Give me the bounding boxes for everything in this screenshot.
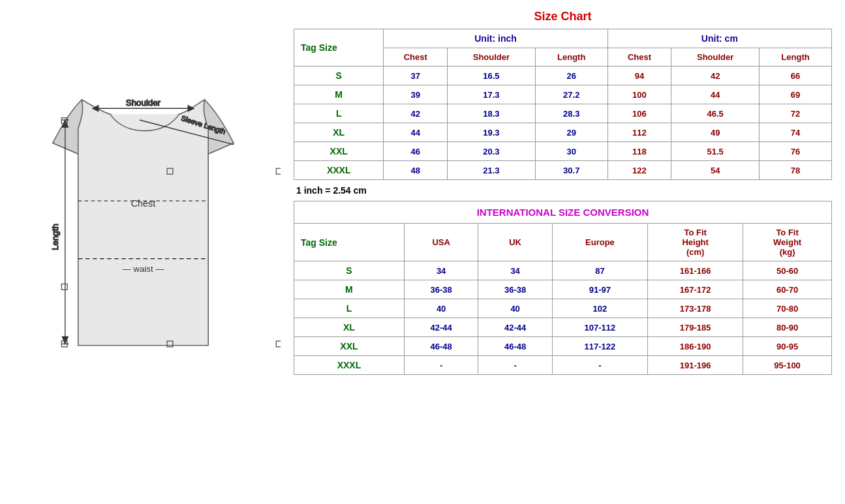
svg-text:Chest: Chest	[131, 198, 156, 209]
cm-length-header: Length	[760, 48, 832, 67]
table-row: L 40 40 102 173-178 70-80	[294, 299, 832, 318]
inch-length-cell: 27.2	[535, 85, 607, 104]
tshirt-diagram: Shoulder Sleeve Length Length Chest — wa…	[13, 13, 281, 418]
svg-text:Shoulder: Shoulder	[126, 98, 161, 108]
svg-rect-19	[276, 168, 281, 174]
cm-chest-cell: 122	[607, 161, 671, 180]
size-chart-panel: Size Chart Tag Size Unit: inch Unit: cm …	[287, 7, 838, 378]
tag-size-cell: XXL	[294, 142, 384, 161]
table-row: S 37 16.5 26 94 42 66	[294, 67, 832, 85]
cm-shoulder-cell: 44	[671, 85, 760, 104]
intl-height-cell: 191-196	[648, 356, 743, 375]
unit-inch-header: Unit: inch	[384, 29, 607, 48]
intl-usa-cell: 42-44	[404, 318, 478, 337]
tag-size-cell: XXXL	[294, 161, 384, 180]
intl-europe-cell: 87	[552, 261, 647, 280]
intl-europe-cell: 107-112	[552, 318, 647, 337]
inch-chest-cell: 46	[384, 142, 448, 161]
inch-chest-header: Chest	[384, 48, 448, 67]
inch-shoulder-cell: 17.3	[448, 85, 536, 104]
cm-shoulder-cell: 42	[671, 67, 760, 85]
intl-weight-cell: 95-100	[743, 356, 832, 375]
intl-usa-cell: -	[404, 356, 478, 375]
intl-uk-cell: 40	[478, 299, 553, 318]
inch-chest-cell: 37	[384, 67, 448, 85]
intl-usa-cell: 36-38	[404, 280, 478, 299]
inch-length-cell: 28.3	[535, 104, 607, 123]
intl-title: INTERNATIONAL SIZE CONVERSION	[294, 201, 832, 224]
intl-europe-cell: 102	[552, 299, 647, 318]
inch-shoulder-header: Shoulder	[448, 48, 536, 67]
table-row: XXL 46 20.3 30 118 51.5 76	[294, 142, 832, 161]
cm-shoulder-cell: 49	[671, 123, 760, 142]
intl-height-cell: 186-190	[648, 337, 743, 356]
cm-length-cell: 66	[760, 67, 832, 85]
cm-chest-header: Chest	[607, 48, 671, 67]
cm-chest-cell: 118	[607, 142, 671, 161]
intl-europe-cell: 117-122	[552, 337, 647, 356]
intl-height-cell: 173-178	[648, 299, 743, 318]
size-chart-title: Size Chart	[294, 10, 832, 23]
intl-tag-size-header: Tag Size	[294, 224, 405, 261]
inch-length-cell: 29	[535, 123, 607, 142]
table-row: S 34 34 87 161-166 50-60	[294, 261, 832, 280]
intl-europe-cell: -	[552, 356, 647, 375]
cm-chest-cell: 106	[607, 104, 671, 123]
inch-shoulder-cell: 19.3	[448, 123, 536, 142]
cm-shoulder-cell: 54	[671, 161, 760, 180]
inch-length-header: Length	[535, 48, 607, 67]
intl-weight-cell: 80-90	[743, 318, 832, 337]
intl-tag-cell: L	[294, 299, 405, 318]
inch-shoulder-cell: 18.3	[448, 104, 536, 123]
tag-size-header: Tag Size	[294, 29, 384, 67]
inch-chest-cell: 39	[384, 85, 448, 104]
table-row: XXL 46-48 46-48 117-122 186-190 90-95	[294, 337, 832, 356]
intl-uk-cell: 34	[478, 261, 553, 280]
cm-shoulder-cell: 46.5	[671, 104, 760, 123]
inch-length-cell: 30.7	[535, 161, 607, 180]
table-row: M 39 17.3 27.2 100 44 69	[294, 85, 832, 104]
intl-conversion-table: INTERNATIONAL SIZE CONVERSION Tag Size U…	[294, 201, 832, 375]
intl-height-cell: 161-166	[648, 261, 743, 280]
table-row: XXXL 48 21.3 30.7 122 54 78	[294, 161, 832, 180]
intl-height-cell: 179-185	[648, 318, 743, 337]
cm-length-cell: 69	[760, 85, 832, 104]
inch-shoulder-cell: 21.3	[448, 161, 536, 180]
table-row: XL 42-44 42-44 107-112 179-185 80-90	[294, 318, 832, 337]
cm-length-cell: 74	[760, 123, 832, 142]
svg-text:Length: Length	[50, 224, 60, 250]
cm-length-cell: 78	[760, 161, 832, 180]
table-row: L 42 18.3 28.3 106 46.5 72	[294, 104, 832, 123]
svg-rect-18	[61, 284, 67, 290]
intl-uk-cell: 46-48	[478, 337, 553, 356]
intl-usa-cell: 40	[404, 299, 478, 318]
intl-tag-cell: XXL	[294, 337, 405, 356]
intl-weight-cell: 70-80	[743, 299, 832, 318]
diagram-panel: Shoulder Sleeve Length Length Chest — wa…	[7, 7, 287, 424]
tag-size-cell: S	[294, 67, 384, 85]
cm-chest-cell: 112	[607, 123, 671, 142]
cm-chest-cell: 100	[607, 85, 671, 104]
unit-cm-header: Unit: cm	[607, 29, 831, 48]
inch-length-cell: 30	[535, 142, 607, 161]
tag-size-cell: XL	[294, 123, 384, 142]
intl-usa-cell: 34	[404, 261, 478, 280]
intl-height-cell: 167-172	[648, 280, 743, 299]
intl-tag-cell: XL	[294, 318, 405, 337]
cm-shoulder-cell: 51.5	[671, 142, 760, 161]
inch-chest-cell: 48	[384, 161, 448, 180]
inch-chest-cell: 44	[384, 123, 448, 142]
intl-weight-cell: 50-60	[743, 261, 832, 280]
intl-tag-cell: S	[294, 261, 405, 280]
intl-uk-cell: -	[478, 356, 553, 375]
intl-uk-cell: 42-44	[478, 318, 553, 337]
intl-uk-header: UK	[478, 224, 553, 261]
table-row: XL 44 19.3 29 112 49 74	[294, 123, 832, 142]
inch-shoulder-cell: 20.3	[448, 142, 536, 161]
intl-weight-cell: 60-70	[743, 280, 832, 299]
tag-size-cell: M	[294, 85, 384, 104]
intl-europe-cell: 91-97	[552, 280, 647, 299]
intl-usa-header: USA	[404, 224, 478, 261]
size-chart-table: Tag Size Unit: inch Unit: cm Chest Shoul…	[294, 29, 832, 180]
inch-shoulder-cell: 16.5	[448, 67, 536, 85]
